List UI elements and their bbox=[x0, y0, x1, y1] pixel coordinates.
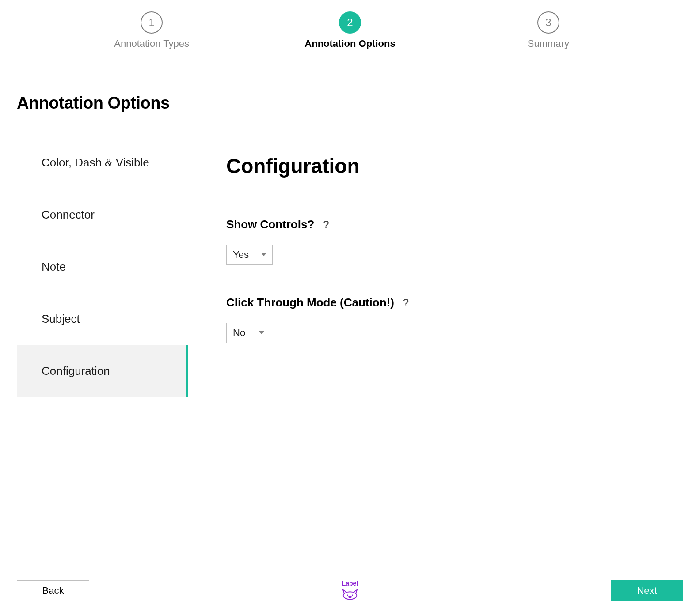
panel-title: Configuration bbox=[226, 154, 700, 178]
select-value: No bbox=[227, 323, 253, 343]
select-show-controls[interactable]: Yes bbox=[226, 245, 273, 265]
field-show-controls: Show Controls? ? Yes bbox=[226, 218, 700, 265]
step-annotation-options[interactable]: 2 Annotation Options bbox=[304, 11, 395, 49]
field-label: Show Controls? bbox=[226, 218, 314, 231]
next-button[interactable]: Next bbox=[611, 580, 683, 601]
footer: Back Label Next bbox=[0, 569, 700, 612]
select-value: Yes bbox=[227, 245, 255, 264]
step-number: 2 bbox=[339, 11, 361, 34]
sidebar-item-label: Color, Dash & Visible bbox=[42, 156, 149, 170]
select-click-through-mode[interactable]: No bbox=[226, 323, 270, 343]
sidebar-item-label: Subject bbox=[42, 312, 80, 326]
field-label-row: Show Controls? ? bbox=[226, 218, 700, 231]
svg-point-3 bbox=[349, 596, 351, 597]
sidebar-item-color-dash-visible[interactable]: Color, Dash & Visible bbox=[17, 136, 188, 189]
step-label: Annotation Options bbox=[304, 38, 395, 49]
help-icon[interactable]: ? bbox=[403, 297, 409, 309]
content: Color, Dash & Visible Connector Note Sub… bbox=[0, 136, 700, 397]
sidebar-item-label: Configuration bbox=[42, 364, 110, 378]
step-annotation-types[interactable]: 1 Annotation Types bbox=[107, 11, 196, 49]
sidebar-item-connector[interactable]: Connector bbox=[17, 189, 188, 241]
label-pig-icon bbox=[342, 588, 358, 602]
step-summary[interactable]: 3 Summary bbox=[504, 11, 593, 49]
sidebar-item-subject[interactable]: Subject bbox=[17, 293, 188, 345]
back-button[interactable]: Back bbox=[17, 580, 89, 601]
step-number: 1 bbox=[141, 11, 163, 34]
help-icon[interactable]: ? bbox=[323, 219, 329, 231]
field-click-through-mode: Click Through Mode (Caution!) ? No bbox=[226, 296, 700, 343]
chevron-down-icon bbox=[255, 245, 272, 264]
svg-point-1 bbox=[347, 594, 348, 596]
svg-point-2 bbox=[352, 594, 353, 596]
brand-label: Label bbox=[342, 580, 358, 587]
step-label: Summary bbox=[528, 38, 569, 49]
field-label-row: Click Through Mode (Caution!) ? bbox=[226, 296, 700, 310]
stepper: 1 Annotation Types 2 Annotation Options … bbox=[0, 0, 700, 49]
sidebar-item-note[interactable]: Note bbox=[17, 241, 188, 293]
sidebar-item-configuration[interactable]: Configuration bbox=[17, 345, 188, 397]
field-label: Click Through Mode (Caution!) bbox=[226, 296, 394, 310]
step-label: Annotation Types bbox=[114, 38, 189, 49]
sidebar: Color, Dash & Visible Connector Note Sub… bbox=[0, 136, 188, 397]
footer-brand: Label bbox=[342, 580, 358, 602]
chevron-down-icon bbox=[253, 323, 270, 343]
sidebar-item-label: Connector bbox=[42, 208, 95, 222]
step-number: 3 bbox=[537, 11, 559, 34]
sidebar-item-label: Note bbox=[42, 260, 66, 274]
page-title: Annotation Options bbox=[0, 49, 700, 113]
main-panel: Configuration Show Controls? ? Yes Click… bbox=[188, 136, 700, 397]
